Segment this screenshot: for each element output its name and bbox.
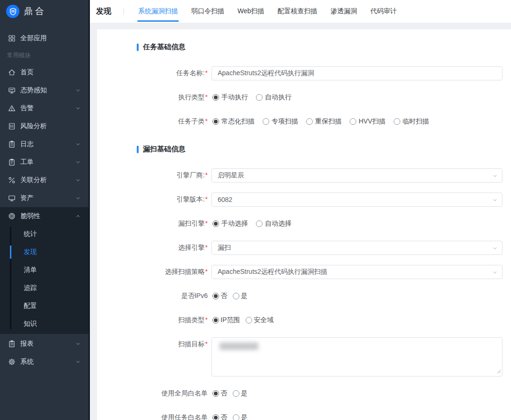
tab-web-scan[interactable]: Web扫描 [231,0,271,23]
sidebar-item-home[interactable]: 首页 [0,63,88,81]
sidebar-item-risk-analysis[interactable]: 风险分析 [0,117,88,135]
sidebar-subitem-label: 知识 [24,320,37,328]
form-row-scan-engine-mode: 漏扫引擎* 手动选择 自动选择 [97,217,511,231]
radio-temporary-scan[interactable]: 临时扫描 [394,117,429,126]
sidebar-subitem-knowledge[interactable]: 知识 [0,315,88,333]
radio-label: 是 [241,413,247,420]
sidebar-item-alerts[interactable]: 告警 [0,99,88,117]
chevron-down-icon [75,195,81,201]
sidebar-item-logs[interactable]: 日志 [0,135,88,153]
tab-penetration-vuln[interactable]: 渗透漏洞 [324,0,364,23]
radio-button[interactable] [212,94,219,101]
sidebar-item-label: 态势感知 [20,86,75,95]
radio-button[interactable] [212,220,219,227]
tab-system-vuln-scan[interactable]: 系统漏洞扫描 [132,0,185,23]
sidebar-subitem-inventory[interactable]: 清单 [0,261,88,279]
form-row-engine-vendor: 引擎厂商:* 启明星辰 [97,168,511,183]
scan-policy-select[interactable]: ApacheStruts2远程代码执行漏洞扫描 [211,265,502,279]
sidebar-item-vulnerability[interactable]: 脆弱性 [0,207,88,225]
sidebar-item-assets[interactable]: 资产 [0,189,88,207]
display-icon [8,194,16,202]
radio-security-zone[interactable]: 安全域 [246,316,273,324]
task-name-input[interactable] [211,66,502,80]
engine-version-select[interactable]: 6082 [211,192,502,207]
radio-button[interactable] [233,414,239,420]
brand-logo[interactable]: 鼎合 [0,0,88,23]
ipv6-radio-group: 否 是 [212,292,256,300]
radio-ipv6-no[interactable]: 否 [212,292,227,300]
radio-button[interactable] [263,118,269,125]
resize-grip-icon[interactable] [497,368,501,375]
tab-label: Web扫描 [238,7,264,16]
scan-target-textarea[interactable] [211,337,502,376]
radio-button[interactable] [233,390,239,397]
radio-label: 是 [241,292,247,300]
title-separator [123,8,124,15]
radio-auto-select[interactable]: 自动选择 [256,219,291,228]
radio-ip-range[interactable]: IP范围 [212,316,240,324]
field-label: 执行类型* [97,93,208,102]
radio-button[interactable] [350,118,356,125]
radio-button[interactable] [212,390,219,397]
sidebar-subitem-label: 发现 [24,248,37,256]
radio-button[interactable] [212,293,219,299]
radio-ipv6-yes[interactable]: 是 [233,292,247,300]
radio-button[interactable] [246,317,252,324]
engine-vendor-select[interactable]: 启明星辰 [211,168,502,183]
main-content: 任务基础信息 任务名称:* 执行类型* 手动执行 自动执行 [90,23,511,420]
sidebar-item-all-apps[interactable]: 全部应用 [0,29,88,47]
radio-button[interactable] [212,317,219,324]
radio-label: 手动选择 [221,219,248,228]
radio-button[interactable] [256,94,263,101]
page-title: 发现 [96,7,111,17]
radio-manual-exec[interactable]: 手动执行 [212,93,248,102]
sidebar-subitem-label: 追踪 [24,284,37,292]
select-value: 6082 [218,196,232,203]
radio-button[interactable] [306,118,313,125]
radio-task-whitelist-no[interactable]: 否 [212,413,227,420]
radio-button[interactable] [212,118,219,125]
chevron-down-icon [75,88,81,93]
required-mark: * [205,171,208,179]
tab-config-check-scan[interactable]: 配置核查扫描 [271,0,324,23]
tab-weak-password-scan[interactable]: 弱口令扫描 [185,0,231,23]
select-engine-select[interactable]: 漏扫 [211,241,502,255]
radio-button[interactable] [256,220,263,227]
chevron-up-icon [75,213,81,219]
radio-task-whitelist-yes[interactable]: 是 [233,413,247,420]
chevron-down-icon [492,197,498,204]
scan-type-radio-group: IP范围 安全域 [212,316,282,324]
radio-button[interactable] [212,414,219,420]
radio-button[interactable] [233,293,239,299]
required-mark: * [205,268,208,275]
tab-code-audit[interactable]: 代码审计 [364,0,404,23]
field-label: 选择引擎* [97,244,208,252]
sidebar-item-reports[interactable]: 报表 [0,335,88,353]
sidebar-item-tickets[interactable]: 工单 [0,153,88,171]
sidebar-item-correlation[interactable]: 关联分析 [0,171,88,189]
radio-hvv-scan[interactable]: HVV扫描 [350,117,386,126]
radio-button[interactable] [394,118,400,125]
radio-label: 否 [220,413,227,420]
radio-manual-select[interactable]: 手动选择 [212,219,248,228]
section-title: 任务基础信息 [143,43,185,52]
radio-global-whitelist-no[interactable]: 否 [212,389,227,398]
radio-special-scan[interactable]: 专项扫描 [263,117,298,126]
sidebar-subitem-tracking[interactable]: 追踪 [0,279,88,297]
sidebar-item-situation[interactable]: 态势感知 [0,81,88,99]
redacted-target-value [220,342,258,350]
sidebar-item-system[interactable]: 系统 [0,353,88,371]
doc-icon [8,122,16,130]
sidebar-subitem-configuration[interactable]: 配置 [0,297,88,315]
chevron-down-icon [492,269,498,277]
sidebar-subitem-discovery[interactable]: 发现 [0,243,88,261]
grid-icon [8,35,16,42]
sidebar-subitem-statistics[interactable]: 统计 [0,225,88,243]
sidebar-item-label: 报表 [20,340,75,348]
radio-key-protection-scan[interactable]: 重保扫描 [306,117,342,126]
radio-normalized-scan[interactable]: 常态化扫描 [212,117,255,126]
task-form-card: 任务基础信息 任务名称:* 执行类型* 手动执行 自动执行 [97,29,511,420]
radio-global-whitelist-yes[interactable]: 是 [233,389,247,398]
field-label: 是否IPv6 [97,292,208,300]
radio-auto-exec[interactable]: 自动执行 [256,93,291,102]
